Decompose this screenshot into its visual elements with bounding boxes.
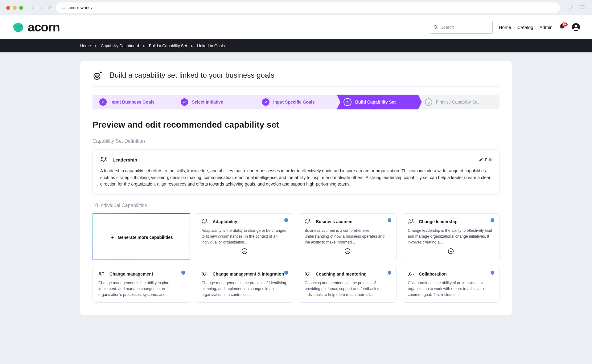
check-icon bbox=[262, 98, 269, 106]
people-icon bbox=[100, 157, 108, 163]
capability-description: Adaptability is the ability to change or… bbox=[202, 228, 288, 245]
capability-card[interactable]: Business acumenBusiness acumen is a comp… bbox=[299, 213, 397, 260]
capability-title: Change leadership bbox=[419, 219, 458, 224]
menu-icon[interactable] bbox=[579, 4, 586, 12]
definition-body: A leadership capability set refers to th… bbox=[100, 168, 492, 188]
step-label: Input Business Goals bbox=[110, 100, 154, 104]
chevron-down-circle-icon bbox=[344, 248, 351, 254]
forward-icon[interactable]: › bbox=[39, 5, 43, 11]
svg-point-12 bbox=[99, 71, 100, 71]
minimize-window-button[interactable] bbox=[13, 6, 17, 10]
acorn-badge-icon bbox=[490, 270, 495, 275]
step-number: 5 bbox=[425, 98, 432, 106]
breadcrumb-item[interactable]: Home bbox=[80, 43, 91, 48]
svg-point-17 bbox=[203, 220, 204, 221]
svg-point-5 bbox=[434, 26, 437, 28]
breadcrumb-item[interactable]: Linked to Goals bbox=[197, 43, 225, 48]
global-search[interactable] bbox=[430, 21, 493, 34]
url-text: acorn.works bbox=[68, 5, 92, 10]
close-window-button[interactable] bbox=[6, 6, 10, 10]
capability-title: Change management & integration bbox=[213, 272, 284, 276]
acorn-logo-icon bbox=[12, 21, 25, 34]
edit-label: Edit bbox=[485, 157, 492, 162]
svg-point-28 bbox=[203, 272, 204, 274]
nav-home[interactable]: Home bbox=[499, 25, 511, 30]
notifications-button[interactable]: 9+ bbox=[559, 23, 565, 31]
svg-point-8 bbox=[574, 25, 577, 27]
capability-definition-box: Leadership Edit A leadership capability … bbox=[92, 149, 500, 195]
capability-count-label: 10 Individual Capabilities bbox=[92, 203, 500, 208]
acorn-badge-icon bbox=[387, 270, 392, 275]
breadcrumb-item[interactable]: Build a Capability Set bbox=[149, 43, 187, 48]
capability-description: Change leadership is the ability to effe… bbox=[408, 228, 494, 245]
svg-line-1 bbox=[64, 8, 65, 9]
expand-card-button[interactable] bbox=[408, 248, 494, 256]
search-input[interactable] bbox=[440, 25, 489, 30]
window-controls bbox=[6, 6, 23, 10]
logo[interactable]: acorn bbox=[12, 20, 60, 34]
step-3[interactable]: Input Specific Goals bbox=[255, 95, 337, 109]
capability-title: Collaboration bbox=[419, 272, 447, 276]
generate-label: Generate more capabilities bbox=[118, 235, 173, 240]
svg-point-23 bbox=[409, 220, 410, 221]
app-header: acorn Home Catalog Admin 9+ bbox=[0, 15, 592, 39]
capability-card[interactable]: Change management & integrationChange ma… bbox=[196, 266, 294, 303]
svg-point-22 bbox=[345, 249, 350, 254]
acorn-badge-icon bbox=[387, 218, 392, 223]
maximize-window-button[interactable] bbox=[19, 6, 23, 10]
step-label: Finalise Capability Set bbox=[436, 100, 479, 104]
capability-card[interactable]: Change managementChange management is th… bbox=[92, 266, 190, 303]
step-1[interactable]: Input Business Goals bbox=[92, 95, 174, 109]
svg-point-20 bbox=[306, 220, 307, 221]
capability-description: Change management is the ability to plan… bbox=[98, 280, 184, 297]
edit-button[interactable]: Edit bbox=[479, 157, 492, 162]
pencil-icon bbox=[479, 157, 483, 162]
capability-card[interactable]: Coaching and mentoringCoaching and mento… bbox=[299, 266, 397, 303]
breadcrumb: Home ▶ Capability Dashboard ▶ Build a Ca… bbox=[0, 39, 592, 52]
people-icon bbox=[202, 219, 208, 224]
step-label: Input Specific Goals bbox=[273, 100, 315, 104]
generate-capabilities-button[interactable]: Generate more capabilities bbox=[92, 213, 190, 260]
check-icon bbox=[99, 98, 107, 106]
svg-point-26 bbox=[99, 272, 101, 274]
page-body: Build a capability set linked to your bu… bbox=[0, 52, 592, 315]
expand-card-button[interactable] bbox=[305, 248, 391, 256]
people-icon bbox=[305, 272, 311, 276]
capability-description: Collaboration is the ability of an indiv… bbox=[408, 280, 494, 297]
people-icon bbox=[408, 219, 415, 224]
notification-badge: 9+ bbox=[562, 22, 568, 27]
breadcrumb-item[interactable]: Capability Dashboard bbox=[101, 43, 139, 48]
refresh-icon[interactable]: ⟳ bbox=[48, 5, 52, 11]
page-title: Build a capability set linked to your bu… bbox=[110, 71, 274, 80]
url-bar[interactable]: acorn.works bbox=[56, 2, 560, 13]
acorn-badge-icon bbox=[284, 218, 289, 223]
capability-card[interactable]: CollaborationCollaboration is the abilit… bbox=[402, 266, 500, 303]
progress-stepper: Input Business GoalsSelect InitiativeInp… bbox=[92, 95, 500, 109]
target-sparkle-icon bbox=[92, 70, 104, 81]
step-4[interactable]: 4Build Capability Set bbox=[337, 95, 418, 109]
acorn-badge-icon bbox=[284, 270, 289, 275]
chevron-right-icon: ▶ bbox=[143, 44, 145, 47]
step-number: 4 bbox=[343, 98, 352, 106]
expand-card-button[interactable] bbox=[202, 248, 288, 256]
search-icon bbox=[433, 24, 438, 30]
capability-card[interactable]: AdaptabilityAdaptability is the ability … bbox=[196, 213, 294, 260]
check-icon bbox=[181, 98, 188, 106]
section-title: Preview and edit recommended capability … bbox=[92, 120, 500, 130]
capability-card[interactable]: Change leadershipChange leadership is th… bbox=[402, 213, 500, 260]
step-2[interactable]: Select Initiative bbox=[174, 95, 255, 109]
step-label: Build Capability Set bbox=[355, 100, 396, 104]
capability-title: Adaptability bbox=[213, 219, 237, 224]
svg-point-25 bbox=[448, 249, 453, 254]
svg-point-19 bbox=[242, 249, 247, 254]
nav-admin[interactable]: Admin bbox=[539, 25, 553, 30]
expand-icon[interactable] bbox=[569, 4, 575, 12]
plus-icon bbox=[110, 235, 115, 240]
capability-grid: Generate more capabilitiesAdaptabilityAd… bbox=[92, 213, 500, 303]
back-icon[interactable]: ‹ bbox=[31, 5, 35, 11]
user-avatar-icon[interactable] bbox=[572, 23, 580, 31]
people-icon bbox=[408, 272, 415, 276]
people-icon bbox=[202, 272, 208, 276]
capability-title: Change management bbox=[109, 272, 153, 276]
nav-catalog[interactable]: Catalog bbox=[517, 25, 533, 30]
